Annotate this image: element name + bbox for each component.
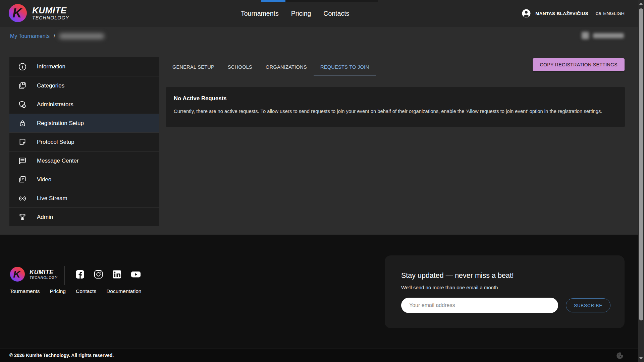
user-area: MANTAS BLAŽEVIČIUS GB ENGLISH	[521, 0, 625, 27]
sidebar-item-label: Video	[37, 176, 51, 183]
sidebar-item-video[interactable]: Video	[9, 170, 159, 189]
sidebar-item-administrators[interactable]: Administrators	[9, 95, 159, 114]
instagram-icon[interactable]	[94, 270, 103, 279]
top-progress-track	[261, 0, 378, 2]
footer-divider	[64, 266, 65, 285]
vertical-scrollbar[interactable]	[638, 0, 644, 362]
sidebar-item-message-center[interactable]: Message Center	[9, 151, 159, 170]
logo-letter: K	[12, 6, 21, 20]
copyright-text: © 2026 Kumite Technology. All rights res…	[9, 353, 114, 358]
email-input[interactable]	[401, 298, 558, 313]
chat-icon	[18, 157, 27, 165]
main-nav: Tournaments Pricing Contacts	[241, 0, 349, 27]
brand-name: KUMITE	[32, 6, 69, 15]
footer-bottom-bar: © 2026 Kumite Technology. All rights res…	[0, 349, 644, 362]
info-icon	[18, 62, 27, 71]
cookie-icon	[615, 351, 624, 360]
sidebar-item-label: Live Stream	[37, 195, 67, 202]
scrollbar-down-arrow[interactable]	[639, 357, 643, 360]
breadcrumb-separator: /	[54, 33, 55, 39]
date-text-redacted	[593, 33, 624, 38]
sidebar-item-label: Message Center	[37, 158, 79, 164]
calendar-icon	[582, 32, 589, 39]
tournament-date-badge[interactable]	[582, 32, 624, 39]
tab-label: ORGANIZATIONS	[266, 64, 307, 70]
tab-label: GENERAL SETUP	[172, 64, 214, 70]
footer-links: Tournaments Pricing Contacts Documentati…	[10, 288, 141, 294]
page-footer: K KUMITE TECHNOLOGY Tournaments Pricing …	[0, 235, 644, 349]
sidebar-item-label: Categories	[37, 82, 64, 89]
panel-title: No Active Requests	[174, 95, 617, 102]
newsletter-form: SUBSCRIBE	[401, 298, 610, 313]
no-active-requests-panel: No Active Requests Currently, there are …	[166, 87, 625, 127]
tab-general-setup[interactable]: GENERAL SETUP	[166, 59, 221, 75]
footer-brand-name: KUMITE	[30, 269, 58, 276]
linkedin-icon[interactable]	[112, 270, 121, 279]
subscribe-button[interactable]: SUBSCRIBE	[566, 298, 610, 312]
scrollbar-thumb[interactable]	[639, 8, 643, 320]
facebook-icon[interactable]	[75, 270, 85, 279]
sidebar-item-label: Registration Setup	[37, 120, 84, 127]
language-label: ENGLISH	[603, 11, 625, 16]
language-selector[interactable]: GB ENGLISH	[596, 11, 625, 16]
sidebar-item-protocol-setup[interactable]: Protocol Setup	[9, 132, 159, 151]
tab-label: SCHOOLS	[228, 64, 252, 70]
breadcrumb-my-tournaments[interactable]: My Tournaments	[10, 33, 50, 39]
footer-brand-text: KUMITE TECHNOLOGY	[30, 269, 58, 280]
sidebar-item-information[interactable]: Information	[9, 57, 159, 76]
categories-icon	[18, 81, 27, 90]
kumite-footer-logo-icon: K	[10, 267, 25, 282]
app-header: K KUMITE TECHNOLOGY Tournaments Pricing …	[0, 0, 644, 27]
footer-link-pricing[interactable]: Pricing	[50, 288, 66, 294]
sidebar-item-categories[interactable]: Categories	[9, 76, 159, 95]
breadcrumb: My Tournaments /	[10, 33, 104, 39]
top-progress-fill	[261, 0, 285, 2]
sidebar-item-live-stream[interactable]: Live Stream	[9, 189, 159, 207]
copy-registration-settings-button[interactable]: COPY REGISTRATION SETTINGS	[533, 58, 625, 71]
tab-schools[interactable]: SCHOOLS	[221, 59, 259, 75]
youtube-icon[interactable]	[131, 270, 141, 279]
scrollbar-up-arrow[interactable]	[639, 2, 643, 5]
tournament-sidebar: Information Categories Administrators Re…	[9, 57, 159, 226]
avatar-icon	[521, 8, 531, 18]
active-tab-underline	[314, 75, 376, 75]
nav-contacts[interactable]: Contacts	[323, 10, 349, 17]
sidebar-item-label: Protocol Setup	[37, 139, 74, 145]
newsletter-subtitle: We'll send no more than one email a mont…	[401, 285, 610, 290]
footer-brand[interactable]: K KUMITE TECHNOLOGY	[10, 267, 58, 282]
kumite-logo-icon: K	[9, 4, 27, 22]
footer-link-documentation[interactable]: Documentation	[106, 288, 141, 294]
footer-brand-subtitle: TECHNOLOGY	[30, 276, 58, 280]
brand-subtitle: TECHNOLOGY	[32, 15, 69, 20]
nav-pricing[interactable]: Pricing	[291, 10, 311, 17]
sidebar-item-registration-setup[interactable]: Registration Setup	[9, 114, 159, 132]
logo-letter: K	[13, 268, 20, 280]
protocol-note-icon	[18, 138, 27, 146]
sidebar-item-label: Administrators	[37, 101, 73, 108]
tab-requests-to-join[interactable]: REQUESTS TO JOIN	[314, 59, 376, 75]
admin-shield-icon	[18, 100, 27, 109]
sidebar-item-admin[interactable]: Admin	[9, 207, 159, 226]
breadcrumb-current-redacted	[59, 34, 104, 39]
nav-tournaments[interactable]: Tournaments	[241, 10, 279, 17]
footer-link-tournaments[interactable]: Tournaments	[10, 288, 40, 294]
live-stream-icon	[18, 194, 27, 203]
language-region: GB	[596, 12, 601, 16]
lock-icon	[18, 119, 27, 128]
footer-link-contacts[interactable]: Contacts	[76, 288, 96, 294]
newsletter-title: Stay updated — never miss a beat!	[401, 272, 610, 280]
panel-message: Currently, there are no active requests.…	[174, 109, 617, 114]
brand-logo[interactable]: K KUMITE TECHNOLOGY	[9, 4, 69, 22]
tab-organizations[interactable]: ORGANIZATIONS	[259, 59, 314, 75]
cookie-settings-button[interactable]	[615, 351, 624, 360]
user-name: MANTAS BLAŽEVIČIUS	[535, 11, 588, 16]
trophy-icon	[18, 213, 27, 222]
newsletter-card: Stay updated — never miss a beat! We'll …	[385, 255, 625, 328]
footer-social	[75, 270, 141, 279]
tab-label: REQUESTS TO JOIN	[320, 64, 369, 70]
sidebar-item-label: Information	[37, 63, 65, 70]
user-menu-button[interactable]: MANTAS BLAŽEVIČIUS	[521, 8, 588, 18]
brand-text: KUMITE TECHNOLOGY	[32, 6, 69, 20]
sidebar-item-label: Admin	[37, 214, 53, 221]
video-library-icon	[18, 175, 27, 184]
